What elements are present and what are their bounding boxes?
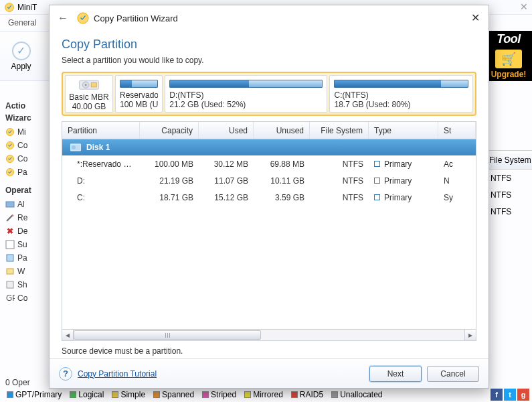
operation-item[interactable]: W — [5, 265, 51, 278]
disk-type-label: Basic MBR — [69, 92, 108, 100]
svg-point-14 — [85, 84, 86, 85]
wizard-item-icon — [5, 168, 15, 177]
legend-label: Simple — [120, 390, 145, 399]
table-row[interactable]: D: 21.19 GB 11.07 GB 10.11 GB NTFS Prima… — [62, 172, 476, 189]
wizards-heading: Wizarc — [5, 113, 51, 123]
scroll-track[interactable] — [74, 330, 464, 340]
operation-item[interactable]: Pa — [5, 251, 51, 265]
th-type[interactable]: Type — [369, 122, 438, 139]
legend-label: RAID5 — [300, 390, 323, 399]
table-row[interactable]: C: 18.71 GB 15.12 GB 3.59 GB NTFS Primar… — [62, 189, 476, 206]
cell-filesystem: NTFS — [310, 176, 369, 186]
validation-message: Source device must be a partition. — [62, 346, 476, 356]
operation-item[interactable]: ✖ De — [5, 224, 51, 238]
cell-partition: D: — [62, 176, 140, 186]
operation-item-label: Su — [17, 240, 27, 249]
operation-item[interactable]: Sh — [5, 278, 51, 291]
upgrade-panel[interactable]: Tool 🛒 Upgrade! — [485, 31, 532, 81]
wizard-item[interactable]: Co — [5, 139, 51, 152]
disk-group-row[interactable]: Disk 1 — [62, 139, 476, 155]
scroll-thumb[interactable] — [74, 330, 261, 340]
google-plus-icon[interactable]: g — [517, 389, 529, 401]
th-filesystem[interactable]: File System — [310, 122, 369, 139]
legend-label: Mirrored — [253, 390, 283, 399]
legend-item: Simple — [112, 390, 145, 399]
cell-unused: 10.11 GB — [254, 176, 310, 186]
disk-summary[interactable]: Basic MBR 40.00 GB — [65, 75, 113, 113]
operation-item-icon — [5, 253, 15, 263]
wizard-item-icon — [5, 141, 15, 150]
wizard-item[interactable]: Pa — [5, 165, 51, 179]
legend-swatch — [244, 391, 251, 398]
legend-swatch — [153, 391, 160, 398]
cancel-button[interactable]: Cancel — [427, 366, 479, 382]
disk-map-partition[interactable]: C:(NTFS) 18.7 GB (Used: 80%) — [329, 75, 473, 113]
th-capacity[interactable]: Capacity — [140, 122, 199, 139]
legend-swatch — [291, 391, 298, 398]
page-subtitle: Select a partition you would like to cop… — [62, 56, 476, 65]
operation-item[interactable]: GPT Co — [5, 291, 51, 305]
scroll-left-icon[interactable]: ◂ — [62, 330, 74, 340]
cart-icon: 🛒 — [495, 50, 522, 68]
cell-status: N — [438, 176, 476, 186]
legend-label: Spanned — [162, 390, 194, 399]
apply-button[interactable]: ✓ Apply — [3, 31, 39, 80]
wizard-item[interactable]: Mi — [5, 125, 51, 139]
disk-icon — [70, 143, 81, 151]
operation-item[interactable]: Al — [5, 198, 51, 211]
facebook-icon[interactable]: f — [491, 389, 503, 401]
bg-right-column: File System NTFSNTFSNTFS — [486, 97, 532, 389]
primary-color-swatch — [374, 178, 380, 184]
table-row[interactable]: *:Reservado p... 100.00 MB 30.12 MB 69.8… — [62, 155, 476, 172]
horizontal-scrollbar[interactable]: ◂ ▸ — [62, 329, 476, 341]
operation-item-label: Re — [17, 213, 27, 222]
svg-rect-7 — [7, 255, 13, 261]
partition-table: Partition Capacity Used Unused File Syst… — [62, 121, 476, 329]
primary-color-swatch — [374, 161, 380, 167]
legend-item: Logical — [70, 390, 104, 399]
cell-used: 30.12 MB — [199, 159, 254, 169]
th-unused[interactable]: Unused — [254, 122, 310, 139]
legend-item: Spanned — [153, 390, 194, 399]
legend-label: Striped — [211, 390, 236, 399]
social-links: f t g — [491, 389, 529, 401]
tutorial-link[interactable]: Copy Partition Tutorial — [78, 369, 157, 379]
primary-color-swatch — [374, 194, 380, 200]
help-icon[interactable]: ? — [59, 367, 72, 381]
th-partition[interactable]: Partition — [62, 122, 140, 139]
scroll-right-icon[interactable]: ▸ — [464, 330, 476, 340]
next-button[interactable]: Next — [369, 366, 422, 382]
disk-map-partition[interactable]: D:(NTFS) 21.2 GB (Used: 52%) — [165, 75, 327, 113]
legend-label: GPT/Primary — [15, 390, 62, 399]
fs-column-header: File System — [486, 151, 532, 170]
legend-item: GPT/Primary — [7, 390, 62, 399]
disk-map-partition[interactable]: Reservado pel 100 MB (Used: — [115, 75, 163, 113]
wizard-item-icon — [5, 154, 15, 163]
partition-usage-label: 21.2 GB (Used: 52%) — [169, 100, 323, 109]
bg-window-close-icon[interactable]: ✕ — [520, 1, 528, 12]
dialog-titlebar: ← Copy Partition Wizard ✕ — [50, 5, 489, 31]
th-status[interactable]: St — [438, 122, 476, 139]
close-button[interactable]: ✕ — [468, 11, 482, 24]
legend-item: Mirrored — [244, 390, 283, 399]
table-header: Partition Capacity Used Unused File Syst… — [62, 122, 476, 139]
legend-swatch — [112, 391, 118, 398]
twitter-icon[interactable]: t — [504, 389, 516, 401]
svg-text:GPT: GPT — [6, 293, 15, 303]
svg-rect-8 — [7, 269, 13, 274]
wizard-item[interactable]: Co — [5, 152, 51, 165]
wizard-item-label: Pa — [17, 168, 27, 177]
svg-rect-6 — [6, 241, 14, 249]
cell-type: Primary — [369, 193, 438, 202]
copy-partition-wizard-dialog: ← Copy Partition Wizard ✕ Copy Partition… — [49, 5, 489, 389]
operation-item[interactable]: Re — [5, 211, 51, 224]
disk-group-label: Disk 1 — [86, 143, 110, 152]
th-used[interactable]: Used — [199, 122, 254, 139]
menu-general[interactable]: General — [8, 18, 37, 27]
page-heading: Copy Partition — [62, 38, 476, 52]
operation-item[interactable]: Su — [5, 238, 51, 251]
brand-logo: Tool — [497, 32, 520, 46]
back-button[interactable]: ← — [56, 11, 70, 25]
actions-heading: Actio — [5, 101, 51, 111]
app-icon — [4, 2, 15, 13]
